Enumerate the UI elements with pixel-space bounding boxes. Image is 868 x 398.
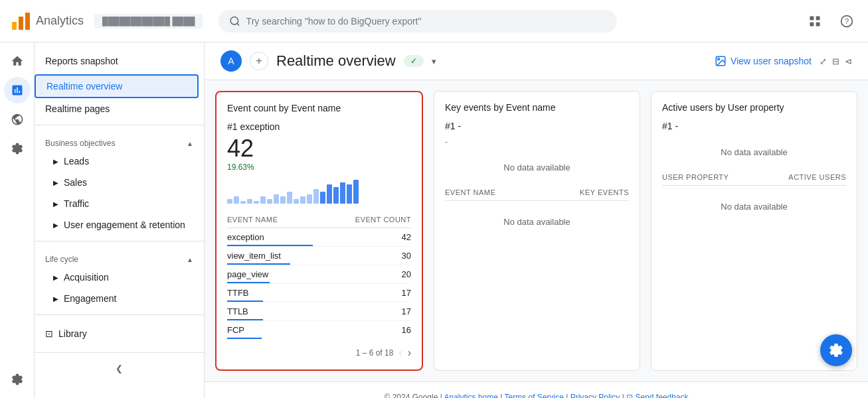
grid-icon[interactable] bbox=[804, 11, 825, 32]
next-page-button[interactable]: › bbox=[408, 347, 411, 359]
table-row: view_item_list30 bbox=[227, 247, 411, 265]
layout: Reports snapshot Realtime overview Realt… bbox=[0, 42, 868, 398]
title-dropdown-button[interactable]: ▾ bbox=[432, 56, 436, 66]
sidebar-business-objectives[interactable]: Business objectives ▲ bbox=[35, 131, 204, 151]
svg-rect-0 bbox=[12, 22, 17, 30]
event-count-cell: 17 bbox=[317, 302, 411, 321]
sidebar-leads[interactable]: ▶ Leads bbox=[35, 151, 204, 172]
chart-bar bbox=[307, 194, 312, 204]
chevron-right-icon: ▶ bbox=[53, 274, 58, 281]
active-users-card: Active users by User property #1 - No da… bbox=[651, 91, 857, 371]
chart-bar bbox=[274, 194, 279, 204]
pagination: 1 – 6 of 18 ‹ › bbox=[227, 347, 411, 359]
columns-icon[interactable]: ⊟ bbox=[832, 56, 839, 66]
sidebar-lifecycle[interactable]: Life cycle ▲ bbox=[35, 247, 204, 267]
event-bar bbox=[227, 338, 262, 339]
footer: © 2024 Google | Analytics home | Terms o… bbox=[205, 381, 868, 398]
table-row: FCP16 bbox=[227, 321, 411, 340]
chart-bar bbox=[300, 196, 305, 204]
library-icon: ⊡ bbox=[45, 328, 53, 339]
active-users-no-data-table: No data available bbox=[662, 202, 846, 212]
avatar: A bbox=[220, 50, 242, 72]
sidebar-realtime-pages[interactable]: Realtime pages bbox=[35, 98, 199, 119]
col-event-count: EVENT COUNT bbox=[317, 212, 411, 228]
chevron-right-icon: ▶ bbox=[53, 295, 58, 302]
top-event-rank: #1 exception bbox=[227, 121, 411, 132]
svg-rect-6 bbox=[816, 16, 820, 20]
logo-area: Analytics ████████████ ████ bbox=[11, 11, 203, 31]
sidebar: Reports snapshot Realtime overview Realt… bbox=[35, 42, 205, 398]
chart-bar bbox=[353, 180, 359, 204]
chevron-up-icon: ▲ bbox=[187, 140, 193, 147]
nav-explore[interactable] bbox=[4, 106, 31, 133]
nav-settings[interactable] bbox=[4, 366, 31, 393]
nav-reports[interactable] bbox=[4, 77, 31, 103]
collapse-sidebar-button[interactable]: ❮ bbox=[35, 358, 204, 379]
svg-line-4 bbox=[237, 23, 239, 25]
icon-nav bbox=[0, 42, 35, 398]
chart-bar bbox=[267, 199, 272, 204]
event-name-cell: exception bbox=[227, 228, 317, 247]
pagination-info: 1 – 6 of 18 bbox=[356, 348, 394, 358]
chart-bar bbox=[254, 201, 259, 204]
feedback-link[interactable]: ⊡ Send feedback bbox=[626, 393, 688, 398]
chart-bar bbox=[260, 196, 266, 204]
analytics-home-link[interactable]: Analytics home bbox=[444, 393, 498, 398]
chevron-right-icon: ▶ bbox=[53, 200, 58, 208]
add-comparison-button[interactable]: + bbox=[250, 52, 268, 70]
sidebar-acquisition[interactable]: ▶ Acquisition bbox=[35, 267, 204, 288]
event-name-cell: page_view bbox=[227, 265, 317, 284]
search-bar[interactable] bbox=[218, 10, 617, 33]
chart-bar bbox=[240, 201, 246, 204]
sidebar-library[interactable]: ⊡ Library bbox=[35, 320, 204, 347]
chart-bar bbox=[313, 189, 319, 204]
collapse-icon: ❮ bbox=[116, 364, 123, 373]
nav-home[interactable] bbox=[4, 48, 31, 74]
key-events-no-data-table: No data available bbox=[445, 217, 629, 227]
col-event-name: EVENT NAME bbox=[227, 212, 317, 228]
sidebar-engagement[interactable]: ▶ Engagement bbox=[35, 288, 204, 309]
privacy-link[interactable]: Privacy Policy bbox=[570, 393, 620, 398]
share-icon[interactable]: ⊲ bbox=[845, 56, 852, 66]
feedback-icon: ⊡ bbox=[626, 393, 633, 398]
svg-rect-5 bbox=[810, 16, 814, 20]
snapshot-icon bbox=[715, 55, 727, 67]
footer-copyright: © 2024 Google bbox=[384, 393, 438, 398]
active-users-rank: #1 - bbox=[662, 121, 846, 131]
help-icon[interactable]: ? bbox=[836, 11, 857, 32]
expand-icon[interactable]: ⤢ bbox=[820, 56, 827, 66]
chevron-right-icon: ▶ bbox=[53, 179, 58, 186]
top-header: Analytics ████████████ ████ ? bbox=[0, 0, 868, 42]
chart-bar bbox=[320, 192, 325, 204]
settings-fab[interactable] bbox=[820, 334, 852, 366]
main-header: A + Realtime overview ✓ ▾ View user snap… bbox=[205, 42, 868, 80]
svg-rect-7 bbox=[810, 22, 814, 26]
table-row: exception42 bbox=[227, 228, 411, 247]
key-events-no-data-top: No data available bbox=[445, 163, 629, 172]
chevron-right-icon: ▶ bbox=[53, 222, 58, 229]
prev-page-button[interactable]: ‹ bbox=[398, 347, 402, 359]
key-events-card: Key events by Event name #1 - - No data … bbox=[434, 91, 640, 371]
svg-rect-1 bbox=[19, 17, 23, 30]
sidebar-realtime-overview[interactable]: Realtime overview bbox=[35, 74, 199, 98]
col-ke-key: KEY EVENTS bbox=[580, 188, 629, 196]
sidebar-user-engagement[interactable]: ▶ User engagement & retention bbox=[35, 214, 204, 235]
header-icons: ? bbox=[804, 11, 857, 32]
view-user-snapshot-button[interactable]: View user snapshot bbox=[715, 55, 812, 67]
chevron-up-icon-2: ▲ bbox=[187, 256, 193, 263]
sidebar-traffic[interactable]: ▶ Traffic bbox=[35, 193, 204, 214]
search-input[interactable] bbox=[246, 16, 607, 27]
event-count-cell: 42 bbox=[317, 228, 411, 247]
cards-area: Event count by Event name #1 exception 4… bbox=[205, 80, 868, 381]
terms-link[interactable]: Terms of Service bbox=[504, 393, 563, 398]
analytics-logo bbox=[11, 11, 31, 31]
sidebar-reports-snapshot[interactable]: Reports snapshot bbox=[35, 48, 204, 74]
svg-point-13 bbox=[718, 58, 720, 60]
chart-bar bbox=[247, 199, 252, 204]
search-icon bbox=[229, 15, 240, 27]
active-users-no-data-top: No data available bbox=[662, 147, 846, 157]
svg-text:?: ? bbox=[845, 17, 849, 25]
nav-advertising[interactable] bbox=[4, 135, 31, 162]
sidebar-sales[interactable]: ▶ Sales bbox=[35, 172, 204, 193]
event-count-cell: 16 bbox=[317, 321, 411, 340]
